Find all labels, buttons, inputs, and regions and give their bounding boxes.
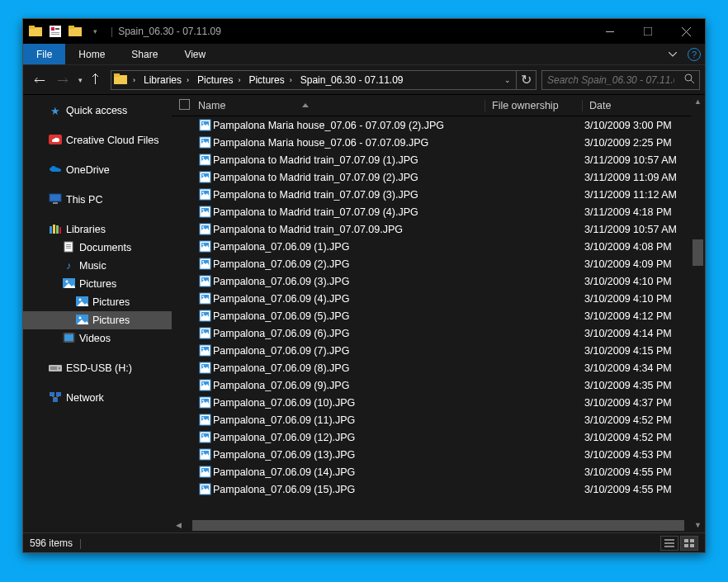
help-button[interactable]: ? <box>683 44 705 64</box>
sidebar-item-creative-cloud[interactable]: Creative Cloud Files <box>23 131 172 149</box>
qat-dropdown-icon[interactable]: ▾ <box>86 22 104 40</box>
sidebar-item-quick-access[interactable]: ★ Quick access <box>23 102 172 120</box>
file-row[interactable]: Pampalona to Madrid train_07.07.09.JPG3/… <box>172 220 705 238</box>
column-header-owner[interactable]: File ownership <box>485 100 583 111</box>
column-header-date[interactable]: Date <box>583 100 705 111</box>
tab-share[interactable]: Share <box>118 44 171 64</box>
image-file-icon <box>196 258 213 270</box>
star-icon: ★ <box>48 105 63 117</box>
file-row[interactable]: Pampalona Maria house_07.06 - 07.07.09.J… <box>172 134 705 151</box>
tab-file[interactable]: File <box>23 44 65 64</box>
chevron-right-icon[interactable]: › <box>286 76 295 84</box>
sidebar-label: This PC <box>66 194 102 206</box>
svg-rect-6 <box>51 34 59 35</box>
image-file-icon <box>196 414 213 426</box>
file-row[interactable]: Pampalona_07.06.09 (13).JPG3/10/2009 4:5… <box>172 446 705 463</box>
scroll-left-button[interactable]: ◀ <box>172 518 186 532</box>
file-row[interactable]: Pampalona_07.06.09 (5).JPG3/10/2009 4:12… <box>172 307 705 324</box>
breadcrumb-segment[interactable]: Spain_06.30 - 07.11.09 <box>295 74 405 86</box>
nav-up-button[interactable]: 🡑 <box>86 69 106 92</box>
sidebar-item-music[interactable]: ♪ Music <box>23 257 172 275</box>
image-file-icon <box>196 362 213 374</box>
nav-back-button[interactable]: 🡐 <box>28 69 51 92</box>
file-row[interactable]: Pampalona_07.06.09 (9).JPG3/10/2009 4:35… <box>172 376 705 394</box>
svg-rect-10 <box>644 27 652 35</box>
file-name: Pampalona_07.06.09 (15).JPG <box>213 484 485 495</box>
column-header-name[interactable]: Name <box>196 100 485 111</box>
breadcrumb-segment[interactable]: Pictures <box>243 74 286 86</box>
select-all-checkbox[interactable] <box>172 99 196 112</box>
chevron-right-icon[interactable]: › <box>234 76 243 84</box>
props-icon[interactable] <box>46 22 64 40</box>
explorer-window: ▾ | Spain_06.30 - 07.11.09 File Home Sha… <box>22 18 706 553</box>
search-box[interactable] <box>541 70 700 90</box>
drive-icon <box>48 362 63 374</box>
file-row[interactable]: Pampalona_07.06.09 (7).JPG3/10/2009 4:15… <box>172 342 705 359</box>
breadcrumb-segment[interactable]: Pictures <box>192 74 234 86</box>
sidebar-item-network[interactable]: Network <box>23 389 172 407</box>
svg-rect-138 <box>664 542 674 544</box>
search-input[interactable] <box>542 74 679 86</box>
chevron-right-icon[interactable]: › <box>183 76 192 84</box>
sidebar-item-documents[interactable]: Documents <box>23 239 172 257</box>
file-row[interactable]: Pampalona_07.06.09 (6).JPG3/10/2009 4:14… <box>172 324 705 342</box>
file-row[interactable]: Pampalona_07.06.09 (12).JPG3/10/2009 4:5… <box>172 428 705 446</box>
file-row[interactable]: Pampalona_07.06.09 (14).JPG3/10/2009 4:5… <box>172 463 705 480</box>
sidebar-label: ESD-USB (H:) <box>66 362 132 374</box>
vertical-scrollbar[interactable]: ▲ ▼ <box>691 95 705 532</box>
file-row[interactable]: Pampalona Maria house_07.06 - 07.07.09 (… <box>172 116 705 134</box>
file-date: 3/10/2009 3:00 PM <box>583 120 705 131</box>
minimize-button[interactable] <box>591 19 629 44</box>
ribbon-expand-icon[interactable] <box>662 44 683 64</box>
scroll-track[interactable] <box>186 518 691 532</box>
file-row[interactable]: Pampalona to Madrid train_07.07.09 (2).J… <box>172 168 705 186</box>
file-row[interactable]: Pampalona to Madrid train_07.07.09 (4).J… <box>172 203 705 220</box>
refresh-button[interactable]: ↻ <box>516 71 536 89</box>
file-row[interactable]: Pampalona_07.06.09 (11).JPG3/10/2009 4:5… <box>172 411 705 428</box>
sidebar-item-onedrive[interactable]: OneDrive <box>23 161 172 179</box>
file-row[interactable]: Pampalona_07.06.09 (2).JPG3/10/2009 4:09… <box>172 255 705 272</box>
scroll-thumb[interactable] <box>192 520 684 531</box>
search-icon[interactable] <box>679 73 699 88</box>
close-button[interactable] <box>667 19 705 44</box>
scroll-up-button[interactable]: ▲ <box>691 95 705 109</box>
details-view-button[interactable] <box>660 536 678 551</box>
svg-point-15 <box>685 74 692 81</box>
file-row[interactable]: Pampalona_07.06.09 (1).JPG3/10/2009 4:08… <box>172 238 705 255</box>
address-dropdown-icon[interactable]: ⌄ <box>499 76 516 84</box>
sidebar-item-pictures[interactable]: Pictures <box>23 275 172 293</box>
nav-recent-dropdown[interactable]: ▾ <box>74 69 86 92</box>
file-row[interactable]: Pampalona to Madrid train_07.07.09 (1).J… <box>172 151 705 168</box>
item-count: 596 items <box>30 537 73 549</box>
tab-home[interactable]: Home <box>65 44 118 64</box>
file-row[interactable]: Pampalona_07.06.09 (15).JPG3/10/2009 4:5… <box>172 480 705 498</box>
file-row[interactable]: Pampalona to Madrid train_07.07.09 (3).J… <box>172 186 705 203</box>
address-bar[interactable]: › Libraries › Pictures › Pictures › Spai… <box>111 70 537 90</box>
sidebar-item-videos[interactable]: Videos <box>23 329 172 348</box>
file-row[interactable]: Pampalona_07.06.09 (4).JPG3/10/2009 4:10… <box>172 290 705 307</box>
horizontal-scrollbar[interactable]: ◀ ▶ <box>172 518 705 532</box>
chevron-right-icon[interactable]: › <box>130 76 139 84</box>
breadcrumb-segment[interactable]: Libraries <box>139 74 183 86</box>
tab-view[interactable]: View <box>171 44 219 64</box>
scroll-down-button[interactable]: ▼ <box>691 518 705 532</box>
file-row[interactable]: Pampalona_07.06.09 (3).JPG3/10/2009 4:10… <box>172 272 705 290</box>
sidebar-item-libraries[interactable]: Libraries <box>23 220 172 239</box>
scroll-thumb[interactable] <box>693 239 703 266</box>
folder-icon[interactable] <box>26 22 45 40</box>
maximize-button[interactable] <box>629 19 667 44</box>
sidebar-item-pictures-inner[interactable]: Pictures <box>23 293 172 311</box>
nav-forward-button[interactable]: 🡒 <box>51 69 74 92</box>
sidebar-item-pictures-selected[interactable]: Pictures <box>23 311 172 329</box>
file-row[interactable]: Pampalona_07.06.09 (10).JPG3/10/2009 4:3… <box>172 394 705 411</box>
file-row[interactable]: Pampalona_07.06.09 (8).JPG3/10/2009 4:34… <box>172 359 705 376</box>
svg-rect-46 <box>53 398 58 402</box>
sidebar-item-esd-usb[interactable]: ESD-USB (H:) <box>23 359 172 377</box>
svg-rect-21 <box>53 225 55 234</box>
svg-rect-4 <box>55 28 59 30</box>
large-icons-view-button[interactable] <box>680 536 698 551</box>
file-date: 3/10/2009 4:08 PM <box>583 241 705 253</box>
scroll-track[interactable] <box>691 109 705 518</box>
folder-icon-2[interactable] <box>66 22 84 40</box>
sidebar-item-this-pc[interactable]: This PC <box>23 191 172 209</box>
